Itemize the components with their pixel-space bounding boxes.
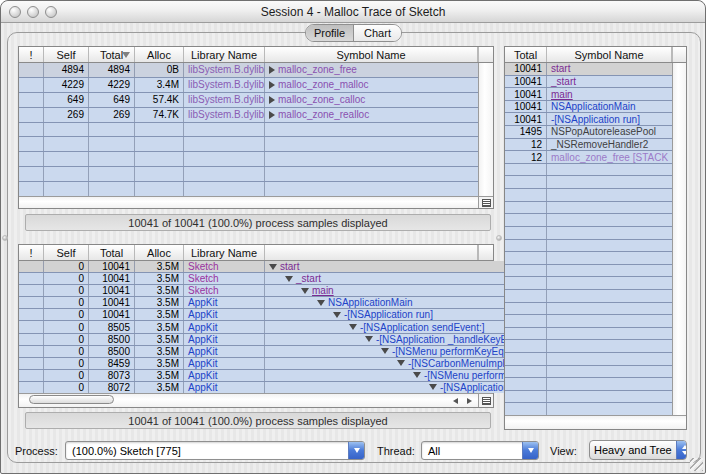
empty-table-row[interactable]: [505, 403, 672, 415]
tab-profile[interactable]: Profile: [306, 25, 354, 41]
column-header-symbol[interactable]: Symbol Name: [547, 47, 672, 62]
column-header-library[interactable]: Library Name: [184, 47, 265, 62]
empty-table-row[interactable]: [505, 189, 672, 202]
splitter-dimple-right[interactable]: [496, 235, 502, 241]
disclosure-down-icon[interactable]: [397, 360, 405, 366]
callers-horizontal-scrollbar[interactable]: [505, 416, 686, 429]
cell-flag: [19, 382, 44, 393]
disclosure-down-icon[interactable]: [365, 336, 373, 342]
disclosure-down-icon[interactable]: [413, 372, 421, 378]
table-row[interactable]: 085003.5MAppKit-[NSApplication _handleKe…: [19, 334, 581, 346]
table-row[interactable]: 489448940BlibSystem.B.dylibmalloc_zone_f…: [19, 63, 478, 78]
table-row[interactable]: 080733.5MAppKit-[NSMenu performActionFor…: [19, 370, 581, 382]
empty-table-row[interactable]: [505, 265, 672, 278]
table-row[interactable]: 0100413.5MSketchmain: [19, 285, 581, 297]
column-header-symbol[interactable]: [265, 245, 478, 260]
empty-table-row[interactable]: [505, 315, 672, 328]
heavy-vertical-scrollbar[interactable]: [478, 63, 493, 196]
table-row[interactable]: 080723.5MAppKit-[NSApplication sendActio…: [19, 382, 581, 393]
table-row[interactable]: 084593.5MAppKit-[NSCarbonMenuImpl perfor…: [19, 358, 581, 370]
column-header-symbol[interactable]: Symbol Name: [265, 47, 478, 62]
empty-table-row[interactable]: [505, 176, 672, 189]
empty-table-row[interactable]: [505, 202, 672, 215]
table-row[interactable]: 422942293.4MlibSystem.B.dylibmalloc_zone…: [19, 78, 478, 93]
disclosure-down-icon[interactable]: [285, 276, 293, 282]
tab-chart[interactable]: Chart: [354, 25, 401, 41]
table-row[interactable]: 0100413.5MAppKit-[NSApplication run]: [19, 309, 581, 321]
disclosure-down-icon[interactable]: [429, 384, 437, 390]
heavy-horizontal-scrollbar[interactable]: [19, 197, 478, 208]
column-header-alloc[interactable]: Alloc: [135, 47, 184, 62]
table-row[interactable]: 10041-[NSApplication run]: [505, 113, 672, 126]
disclosure-right-icon[interactable]: [269, 66, 275, 74]
heavy-column-options-button[interactable]: [478, 197, 493, 208]
empty-table-row[interactable]: [505, 290, 672, 303]
table-row[interactable]: 12malloc_zone_free [STACK: [505, 151, 672, 164]
empty-table-row[interactable]: [505, 353, 672, 366]
empty-table-row[interactable]: [505, 252, 672, 265]
empty-table-row[interactable]: [505, 340, 672, 353]
tree-horizontal-scrollbar[interactable]: [19, 394, 478, 407]
resize-grip[interactable]: [690, 458, 703, 471]
table-row[interactable]: 64964957.4KlibSystem.B.dylibmalloc_zone_…: [19, 93, 478, 108]
view-stepper-button[interactable]: [676, 441, 687, 459]
cell-alloc: 74.7K: [135, 108, 184, 122]
empty-table-row[interactable]: [505, 366, 672, 379]
column-header-alloc[interactable]: Alloc: [135, 245, 184, 260]
column-header-total[interactable]: Total: [89, 245, 135, 260]
disclosure-down-icon[interactable]: [333, 312, 341, 318]
view-popup-button[interactable]: Heavy and Tree: [589, 440, 687, 460]
table-row[interactable]: 10041_start: [505, 76, 672, 89]
empty-table-row[interactable]: [19, 137, 478, 152]
empty-table-row[interactable]: [505, 227, 672, 240]
tree-column-options-button[interactable]: [478, 394, 493, 407]
table-row[interactable]: 10041NSApplicationMain: [505, 101, 672, 114]
disclosure-down-icon[interactable]: [301, 288, 309, 294]
table-row[interactable]: 12_NSRemoveHandler2: [505, 139, 672, 152]
empty-table-row[interactable]: [505, 240, 672, 253]
empty-table-row[interactable]: [505, 378, 672, 391]
disclosure-down-icon[interactable]: [349, 324, 357, 330]
process-combobox[interactable]: (100.0%) Sketch [775]: [65, 441, 365, 460]
column-header-library[interactable]: Library Name: [184, 245, 265, 260]
empty-table-row[interactable]: [19, 123, 478, 138]
thread-dropdown-button[interactable]: [522, 442, 538, 459]
disclosure-right-icon[interactable]: [269, 81, 275, 89]
table-row[interactable]: 1495NSPopAutoreleasePool: [505, 126, 672, 139]
thread-combobox[interactable]: All: [421, 441, 539, 460]
column-header-total[interactable]: Total: [89, 47, 135, 62]
process-dropdown-button[interactable]: [348, 442, 364, 459]
column-header-self[interactable]: Self: [44, 47, 89, 62]
scroll-right-button[interactable]: [463, 394, 476, 407]
empty-table-row[interactable]: [505, 391, 672, 404]
table-row[interactable]: 26926974.7KlibSystem.B.dylibmalloc_zone_…: [19, 108, 478, 123]
table-row[interactable]: 085053.5MAppKit-[NSApplication sendEvent…: [19, 321, 581, 333]
empty-table-row[interactable]: [505, 328, 672, 341]
column-header-self[interactable]: Self: [44, 245, 89, 260]
horizontal-scrollbar-thumb[interactable]: [29, 395, 114, 404]
column-header-total[interactable]: Total: [505, 47, 547, 62]
table-row[interactable]: 085003.5MAppKit-[NSMenu performKeyEquiva…: [19, 346, 581, 358]
empty-table-row[interactable]: [505, 303, 672, 316]
column-header-flag[interactable]: !: [19, 47, 44, 62]
empty-table-row[interactable]: [19, 152, 478, 167]
callers-vertical-scrollbar[interactable]: [672, 63, 686, 415]
disclosure-down-icon[interactable]: [269, 264, 277, 270]
table-row[interactable]: 10041start: [505, 63, 672, 76]
empty-table-row[interactable]: [505, 164, 672, 177]
table-row[interactable]: 0100413.5MSketchstart: [19, 261, 581, 273]
disclosure-right-icon[interactable]: [269, 96, 275, 104]
empty-table-row[interactable]: [19, 167, 478, 182]
empty-table-row[interactable]: [505, 277, 672, 290]
empty-table-row[interactable]: [19, 182, 478, 196]
table-row[interactable]: 0100413.5MSketch_start: [19, 273, 581, 285]
column-header-flag[interactable]: !: [19, 245, 44, 260]
splitter-dimple-left[interactable]: [2, 235, 8, 241]
disclosure-right-icon[interactable]: [269, 111, 275, 119]
table-row[interactable]: 0100413.5MAppKitNSApplicationMain: [19, 297, 581, 309]
table-row[interactable]: 10041main: [505, 88, 672, 101]
disclosure-down-icon[interactable]: [317, 300, 325, 306]
disclosure-down-icon[interactable]: [381, 348, 389, 354]
scroll-left-button[interactable]: [449, 394, 462, 407]
empty-table-row[interactable]: [505, 214, 672, 227]
